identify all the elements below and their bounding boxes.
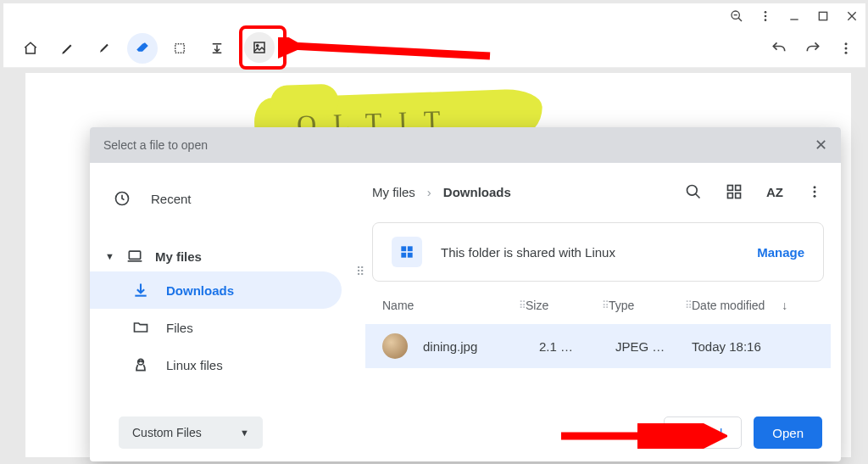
chevron-right-icon: › (427, 185, 431, 199)
svg-point-17 (845, 51, 848, 53)
svg-point-26 (687, 186, 698, 196)
sort-az-icon[interactable]: AZ (766, 185, 783, 199)
sidebar-item-files[interactable]: Files (90, 309, 342, 346)
column-headers: Name ⠿ Size ⠿ Type ⠿ Date modified ↓ (365, 287, 831, 324)
file-size: 2.1 … (539, 339, 615, 354)
file-date: Today 18:16 (692, 339, 819, 354)
open-button[interactable]: Open (754, 416, 822, 449)
col-type[interactable]: Type (609, 299, 634, 312)
sidebar-section-myfiles[interactable]: ▼ My files (90, 241, 365, 271)
pen-tool[interactable] (53, 33, 83, 64)
app-toolbar (3, 29, 865, 68)
col-name[interactable]: Name (382, 299, 414, 312)
svg-point-3 (765, 11, 767, 14)
dialog-main: My files › Downloads AZ This folder is s… (365, 163, 841, 404)
home-button[interactable] (15, 33, 46, 64)
col-divider-icon[interactable]: ⠿ (602, 299, 609, 311)
sidebar-item-downloads[interactable]: Downloads (90, 271, 342, 309)
svg-point-32 (814, 186, 816, 188)
dialog-footer: Custom Files ▼ Cancel Open (90, 404, 841, 461)
svg-rect-30 (728, 193, 733, 198)
cancel-label: Cancel (683, 426, 723, 440)
more-button[interactable] (838, 41, 854, 56)
svg-rect-10 (175, 43, 185, 53)
chevron-down-icon: ▼ (105, 251, 114, 261)
svg-point-25 (142, 361, 143, 362)
grid-view-icon[interactable] (726, 183, 743, 200)
file-row[interactable]: dining.jpg 2.1 … JPEG … Today 18:16 (365, 324, 831, 368)
svg-line-1 (738, 18, 742, 21)
close-window-icon[interactable] (845, 9, 859, 23)
svg-rect-37 (401, 253, 406, 258)
svg-rect-38 (408, 253, 413, 258)
folder-icon (132, 319, 149, 336)
svg-point-15 (845, 42, 848, 45)
brush-tool[interactable] (90, 33, 120, 64)
col-divider-icon[interactable]: ⠿ (685, 299, 692, 311)
svg-rect-31 (736, 193, 741, 198)
eraser-tool[interactable] (127, 33, 158, 64)
files-label: Files (166, 321, 193, 335)
breadcrumb-root[interactable]: My files (372, 185, 415, 199)
svg-point-33 (814, 191, 816, 193)
sidebar-item-linux[interactable]: Linux files (90, 346, 342, 383)
svg-rect-29 (736, 186, 741, 191)
svg-point-16 (845, 47, 848, 49)
svg-rect-20 (129, 251, 140, 259)
dialog-sidebar: Recent ▼ My files Downloads Files Linux … (90, 163, 365, 404)
myfiles-label: My files (155, 249, 202, 264)
file-thumb-icon (382, 333, 408, 359)
svg-line-27 (696, 194, 700, 198)
file-open-dialog: Select a file to open ✕ Recent ▼ My file… (90, 127, 841, 461)
compress-tool[interactable] (202, 33, 232, 64)
maximize-icon[interactable] (816, 9, 830, 23)
breadcrumb: My files › Downloads (372, 185, 511, 199)
svg-point-5 (765, 19, 767, 21)
cancel-button[interactable]: Cancel (664, 416, 743, 449)
svg-point-34 (814, 195, 816, 198)
svg-point-4 (765, 15, 767, 18)
search-icon[interactable] (685, 183, 702, 200)
open-label: Open (772, 426, 804, 440)
col-date[interactable]: Date modified (692, 299, 765, 312)
svg-rect-36 (408, 246, 413, 251)
close-icon[interactable]: ✕ (815, 136, 827, 154)
breadcrumb-current: Downloads (443, 185, 511, 199)
filetype-label: Custom Files (132, 426, 202, 439)
penguin-icon (132, 356, 149, 373)
file-name: dining.jpg (423, 339, 539, 354)
svg-rect-28 (728, 186, 733, 191)
svg-point-24 (139, 361, 141, 362)
svg-rect-35 (401, 246, 406, 251)
insert-image-highlight (239, 25, 287, 70)
laptop-icon (126, 248, 143, 265)
sidebar-item-recent[interactable]: Recent (90, 180, 365, 217)
window-chrome (3, 3, 865, 29)
svg-rect-13 (254, 42, 264, 53)
select-tool[interactable] (164, 33, 195, 64)
clock-icon (114, 190, 131, 207)
chevron-down-icon: ▼ (240, 428, 249, 438)
zoom-out-icon[interactable] (730, 9, 743, 23)
file-type: JPEG … (615, 339, 692, 354)
col-divider-icon[interactable]: ⠿ (519, 299, 526, 311)
more-options-icon[interactable] (807, 184, 822, 199)
dialog-titlebar: Select a file to open ✕ (90, 127, 841, 163)
filetype-dropdown[interactable]: Custom Files ▼ (119, 416, 263, 449)
sort-arrow-icon: ↓ (782, 299, 787, 312)
shared-folder-icon (392, 237, 422, 267)
minimize-icon[interactable] (787, 9, 801, 23)
downloads-label: Downloads (166, 283, 234, 298)
kebab-icon[interactable] (759, 9, 772, 23)
manage-link[interactable]: Manage (757, 245, 804, 260)
insert-image-button[interactable] (244, 32, 275, 63)
banner-text: This folder is shared with Linux (441, 245, 615, 260)
drag-handle-icon[interactable]: ⠿ (356, 265, 365, 278)
svg-rect-7 (819, 12, 826, 20)
recent-label: Recent (151, 192, 192, 206)
col-size[interactable]: Size (526, 299, 548, 312)
download-icon (132, 282, 149, 299)
undo-button[interactable] (771, 40, 787, 57)
redo-button[interactable] (804, 40, 821, 57)
svg-point-14 (257, 44, 259, 46)
